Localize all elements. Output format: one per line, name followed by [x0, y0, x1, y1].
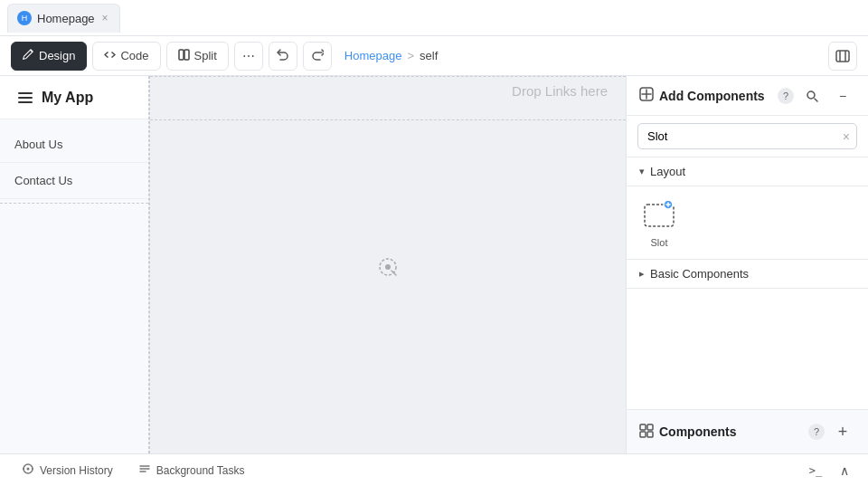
drop-links-label: Drop Links here: [512, 83, 608, 99]
add-component-button[interactable]: +: [830, 419, 855, 444]
collapse-bottom-button[interactable]: ∧: [832, 458, 857, 483]
design-button[interactable]: Design: [11, 42, 87, 71]
more-options-button[interactable]: ⋯: [234, 42, 263, 71]
breadcrumb-current: self: [420, 49, 438, 62]
search-panel-button[interactable]: [799, 83, 825, 109]
background-tasks-tab[interactable]: Background Tasks: [127, 459, 256, 481]
main-layout: My App About Us Contact Us Drop Links he…: [0, 76, 868, 453]
basic-components-section-header[interactable]: ▸ Basic Components: [627, 260, 868, 289]
tab-bar: H Homepage ×: [0, 0, 868, 36]
toggle-panels-button[interactable]: [828, 42, 857, 71]
version-history-icon: [22, 462, 34, 478]
toolbar: Design Code Split ⋯: [0, 36, 868, 76]
canvas-area[interactable]: Drop Links here: [149, 76, 626, 453]
minimize-panel-button[interactable]: −: [830, 83, 855, 109]
search-bar: ×: [627, 116, 868, 157]
breadcrumb-home[interactable]: Homepage: [344, 49, 402, 62]
components-grid: Slot: [627, 186, 868, 260]
svg-point-18: [32, 468, 33, 470]
code-label: Code: [120, 49, 148, 62]
redo-icon: [311, 48, 324, 63]
version-history-label: Version History: [40, 464, 113, 477]
app-title: My App: [42, 90, 93, 106]
search-clear-button[interactable]: ×: [843, 129, 850, 144]
right-panel: Add Components ? − × ▾ Layout: [626, 76, 868, 453]
layout-section-title: Layout: [650, 165, 685, 178]
components-footer-title: Components: [659, 424, 803, 439]
svg-rect-1: [184, 50, 189, 60]
background-tasks-label: Background Tasks: [156, 464, 245, 477]
layout-chevron-icon: ▾: [639, 166, 645, 177]
svg-rect-13: [640, 432, 646, 437]
add-components-title: Add Components: [659, 89, 772, 103]
undo-button[interactable]: [269, 42, 297, 71]
add-components-help[interactable]: ?: [778, 88, 794, 104]
code-button[interactable]: Code: [92, 42, 160, 71]
homepage-tab[interactable]: H Homepage ×: [7, 4, 120, 33]
svg-rect-12: [647, 424, 653, 430]
collapse-icon: ∧: [840, 463, 849, 478]
redo-button[interactable]: [303, 42, 332, 71]
design-label: Design: [39, 49, 75, 62]
more-icon: ⋯: [242, 49, 255, 63]
svg-point-16: [27, 468, 30, 471]
svg-point-8: [807, 91, 815, 99]
tab-favicon: H: [17, 11, 32, 25]
layout-section-header[interactable]: ▾ Layout: [627, 157, 868, 186]
slot-component[interactable]: Slot: [637, 197, 681, 248]
bottom-bar: Version History Background Tasks >_ ∧: [0, 453, 868, 486]
slot-divider: [0, 203, 148, 204]
preview-area: My App About Us Contact Us Drop Links he…: [0, 76, 626, 453]
cursor-indicator: [378, 257, 398, 281]
design-icon: [23, 49, 34, 63]
slot-icon: [637, 197, 681, 233]
svg-rect-11: [640, 424, 646, 430]
basic-components-chevron-icon: ▸: [639, 268, 645, 280]
breadcrumb: Homepage > self: [344, 49, 438, 62]
nav-item-contact[interactable]: Contact Us: [0, 163, 148, 199]
svg-rect-0: [179, 50, 184, 60]
svg-rect-14: [647, 432, 653, 437]
search-input[interactable]: [637, 123, 857, 149]
app-sidebar: My App About Us Contact Us: [0, 76, 149, 453]
app-header-left: My App: [18, 90, 93, 106]
terminal-icon: >_: [809, 464, 822, 477]
hamburger-icon[interactable]: [18, 92, 33, 103]
tab-close-button[interactable]: ×: [100, 10, 110, 26]
components-help[interactable]: ?: [808, 424, 825, 440]
app-header-row: My App: [0, 76, 148, 119]
code-icon: [104, 49, 116, 63]
breadcrumb-separator: >: [407, 49, 414, 62]
slot-label: Slot: [651, 237, 668, 248]
nav-items: About Us Contact Us: [0, 119, 148, 214]
svg-rect-2: [836, 51, 849, 62]
split-button[interactable]: Split: [166, 42, 229, 71]
undo-icon: [277, 48, 289, 63]
basic-components-title: Basic Components: [650, 267, 749, 281]
version-history-tab[interactable]: Version History: [11, 459, 124, 481]
components-footer: Components ? +: [627, 409, 868, 453]
tab-title: Homepage: [37, 12, 95, 25]
svg-point-6: [385, 264, 391, 270]
add-components-header: Add Components ? −: [627, 76, 868, 116]
background-tasks-icon: [138, 462, 151, 478]
nav-item-about[interactable]: About Us: [0, 127, 148, 163]
components-footer-icon: [639, 424, 654, 441]
split-label: Split: [194, 49, 217, 62]
split-icon: [178, 49, 190, 63]
svg-point-17: [23, 468, 24, 470]
add-components-icon: [639, 87, 654, 104]
panel-content-spacer: [627, 289, 868, 409]
terminal-button[interactable]: >_: [803, 458, 828, 483]
